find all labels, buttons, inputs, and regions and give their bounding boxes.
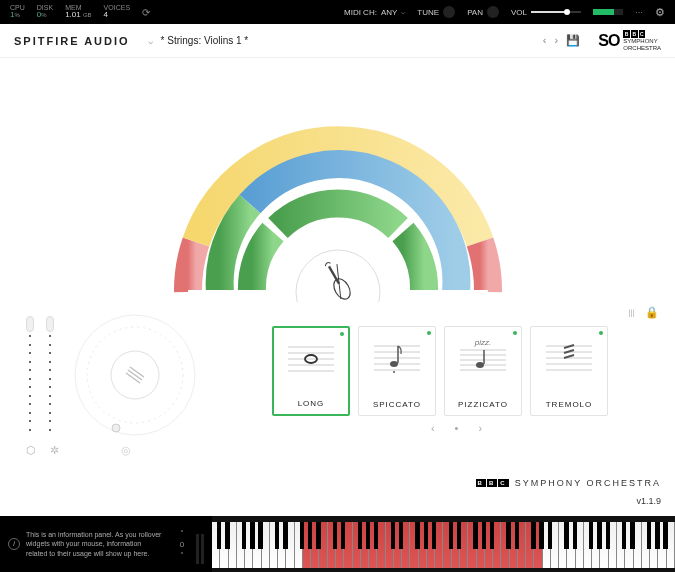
piano-key[interactable] [286, 522, 294, 568]
piano-key-black[interactable] [374, 522, 378, 549]
piano-key[interactable] [460, 522, 468, 568]
piano-key-black[interactable] [663, 522, 667, 549]
piano-key[interactable] [650, 522, 658, 568]
articulation-long[interactable]: LONG [272, 326, 350, 416]
piano-key[interactable] [468, 522, 476, 568]
piano-key-black[interactable] [283, 522, 287, 549]
piano-key-black[interactable] [482, 522, 486, 549]
piano-key[interactable] [443, 522, 451, 568]
piano-key[interactable] [262, 522, 270, 568]
piano-key[interactable] [625, 522, 633, 568]
piano-key[interactable] [609, 522, 617, 568]
piano-key-black[interactable] [316, 522, 320, 549]
piano-key-black[interactable] [250, 522, 254, 549]
arc-rings[interactable] [128, 82, 548, 302]
piano-key[interactable] [220, 522, 228, 568]
piano-key[interactable] [600, 522, 608, 568]
piano-key[interactable] [245, 522, 253, 568]
settings-icon[interactable]: ⚙ [655, 6, 665, 19]
articulation-tremolo[interactable]: TREMOLO [530, 326, 608, 416]
piano-key-black[interactable] [622, 522, 626, 549]
piano-key[interactable] [567, 522, 575, 568]
piano-key-black[interactable] [457, 522, 461, 549]
tune-knob[interactable]: TUNE [417, 6, 455, 18]
piano-key-black[interactable] [449, 522, 453, 549]
piano-key-black[interactable] [473, 522, 477, 549]
piano-key[interactable] [667, 522, 675, 568]
piano-key[interactable] [501, 522, 509, 568]
dynamics-slider[interactable] [46, 316, 54, 434]
piano-key[interactable] [344, 522, 352, 568]
piano-key[interactable] [617, 522, 625, 568]
piano-key-black[interactable] [630, 522, 634, 549]
piano-key-black[interactable] [506, 522, 510, 549]
piano-key-black[interactable] [366, 522, 370, 549]
piano-key-black[interactable] [308, 522, 312, 549]
piano-key[interactable] [410, 522, 418, 568]
piano-key-black[interactable] [242, 522, 246, 549]
piano-key-black[interactable] [391, 522, 395, 549]
piano-key-black[interactable] [341, 522, 345, 549]
piano-key[interactable] [452, 522, 460, 568]
piano-key-black[interactable] [333, 522, 337, 549]
piano-key[interactable] [353, 522, 361, 568]
piano-key[interactable] [270, 522, 278, 568]
piano-key-black[interactable] [597, 522, 601, 549]
piano-key[interactable] [212, 522, 220, 568]
preset-selector[interactable]: ⌵ * Strings: Violins 1 * ‹ › 💾 [140, 34, 589, 47]
piano-key[interactable] [369, 522, 377, 568]
piano-key[interactable] [584, 522, 592, 568]
piano-key-black[interactable] [300, 522, 304, 549]
piano-key-black[interactable] [573, 522, 577, 549]
piano-key[interactable] [559, 522, 567, 568]
piano-key-black[interactable] [275, 522, 279, 549]
piano-key[interactable] [526, 522, 534, 568]
release-icon[interactable]: ⬡ [26, 444, 36, 457]
piano-key[interactable] [278, 522, 286, 568]
piano-key[interactable] [295, 522, 303, 568]
piano-key[interactable] [311, 522, 319, 568]
piano-key-black[interactable] [490, 522, 494, 549]
piano-key[interactable] [435, 522, 443, 568]
volume-slider[interactable]: VOL [511, 8, 581, 17]
big-knob[interactable] [70, 310, 200, 440]
piano-key[interactable] [592, 522, 600, 568]
piano-key[interactable] [543, 522, 551, 568]
piano-key-black[interactable] [564, 522, 568, 549]
piano-key-black[interactable] [647, 522, 651, 549]
piano-key-black[interactable] [539, 522, 543, 549]
piano-key[interactable] [237, 522, 245, 568]
piano-key[interactable] [485, 522, 493, 568]
piano-key[interactable] [510, 522, 518, 568]
piano-key-black[interactable] [606, 522, 610, 549]
piano-key-black[interactable] [399, 522, 403, 549]
piano-key[interactable] [634, 522, 642, 568]
piano-key[interactable] [386, 522, 394, 568]
artic-next-button[interactable]: › [478, 422, 482, 434]
piano-key[interactable] [551, 522, 559, 568]
artic-prev-button[interactable]: ‹ [431, 422, 435, 434]
octave-control[interactable]: ˄ 0 ˅ [170, 516, 194, 572]
piano-key[interactable] [518, 522, 526, 568]
piano-key-black[interactable] [217, 522, 221, 549]
piano-key[interactable] [361, 522, 369, 568]
piano-key[interactable] [642, 522, 650, 568]
piano-key[interactable] [419, 522, 427, 568]
piano-key-black[interactable] [589, 522, 593, 549]
piano-key[interactable] [394, 522, 402, 568]
articulation-spiccato[interactable]: SPICCATO [358, 326, 436, 416]
piano-key[interactable] [576, 522, 584, 568]
expression-slider[interactable] [26, 316, 34, 434]
piano-key[interactable] [319, 522, 327, 568]
piano-key[interactable] [477, 522, 485, 568]
piano-key-black[interactable] [548, 522, 552, 549]
save-preset-icon[interactable]: 💾 [566, 34, 580, 47]
piano-key-black[interactable] [415, 522, 419, 549]
piano-key[interactable] [427, 522, 435, 568]
piano-key-black[interactable] [531, 522, 535, 549]
piano-key[interactable] [658, 522, 666, 568]
pan-knob[interactable]: PAN [467, 6, 499, 18]
articulation-pizzicato[interactable]: pizz.PIZZICATO [444, 326, 522, 416]
more-icon[interactable]: ⋯ [635, 8, 643, 17]
piano-key[interactable] [402, 522, 410, 568]
